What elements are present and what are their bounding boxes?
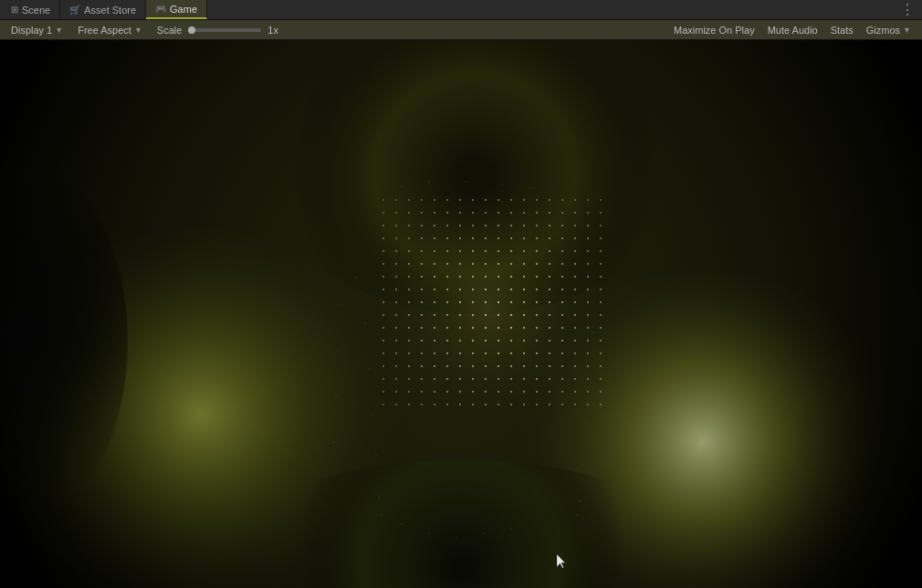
game-icon: 🎮	[155, 4, 166, 14]
scene-canvas	[0, 40, 922, 588]
tab-more-button[interactable]: ⋮	[893, 1, 922, 18]
tab-scene[interactable]: ⊞ Scene	[2, 0, 60, 19]
mute-audio-button[interactable]: Mute Audio	[762, 24, 823, 37]
toolbar: Display 1 ▼ Free Aspect ▼ Scale 1x Maxim…	[0, 20, 922, 40]
aspect-dropdown[interactable]: Free Aspect ▼	[72, 23, 148, 37]
game-viewport[interactable]	[0, 40, 922, 588]
gizmos-chevron-icon: ▼	[903, 26, 911, 35]
toolbar-right: Maximize On Play Mute Audio Stats Gizmos…	[668, 23, 917, 37]
scale-slider[interactable]	[188, 28, 261, 32]
tab-bar: ⊞ Scene 🛒 Asset Store 🎮 Game ⋮	[0, 0, 922, 20]
gizmos-dropdown[interactable]: Gizmos ▼	[861, 23, 917, 37]
aspect-chevron-icon: ▼	[134, 26, 142, 35]
stats-button[interactable]: Stats	[825, 24, 859, 37]
tab-asset-store[interactable]: 🛒 Asset Store	[60, 0, 146, 19]
scene-icon: ⊞	[11, 5, 18, 15]
display-chevron-icon: ▼	[55, 26, 63, 35]
tab-game[interactable]: 🎮 Game	[146, 0, 207, 19]
display-dropdown[interactable]: Display 1 ▼	[5, 23, 68, 37]
maximize-on-play-button[interactable]: Maximize On Play	[668, 24, 760, 37]
scale-slider-thumb	[188, 26, 195, 34]
asset-store-icon: 🛒	[69, 5, 80, 15]
scale-control: Scale 1x	[152, 23, 284, 37]
